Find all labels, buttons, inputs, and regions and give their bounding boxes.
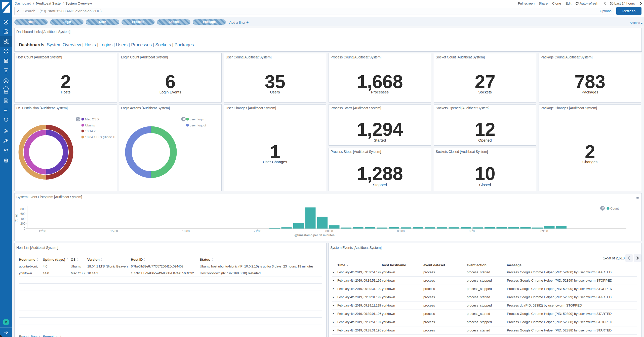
svg-text:user_login: user_login	[190, 118, 204, 121]
svg-text:03:00: 03:00	[397, 229, 405, 233]
svg-text:06:00: 06:00	[469, 229, 476, 233]
svg-text:600: 600	[20, 212, 25, 216]
svg-text:D: D	[5, 320, 7, 324]
svg-text:12:00: 12:00	[38, 229, 46, 233]
svg-text:Count: Count	[610, 207, 619, 210]
svg-text:09:00: 09:00	[540, 229, 548, 233]
svg-text:18:00: 18:00	[182, 229, 190, 233]
svg-text:400: 400	[20, 217, 25, 221]
svg-text:@timestamp per 30 minutes: @timestamp per 30 minutes	[294, 233, 335, 237]
svg-text:800: 800	[20, 207, 25, 211]
svg-text:21:00: 21:00	[254, 229, 261, 233]
svg-text:Ubuntu: Ubuntu	[85, 124, 95, 127]
svg-text:200: 200	[20, 222, 25, 225]
svg-text:0: 0	[24, 227, 25, 230]
svg-text:10.14.2: 10.14.2	[85, 129, 96, 133]
svg-text:00:00: 00:00	[325, 229, 333, 233]
svg-text:Mac OS X: Mac OS X	[85, 118, 100, 121]
svg-text:15:00: 15:00	[110, 229, 118, 233]
svg-text:Count: Count	[15, 214, 18, 222]
svg-text:user_logout: user_logout	[190, 124, 206, 127]
svg-text:18.04.1 LTS (Bionic B...: 18.04.1 LTS (Bionic B...	[85, 136, 117, 139]
